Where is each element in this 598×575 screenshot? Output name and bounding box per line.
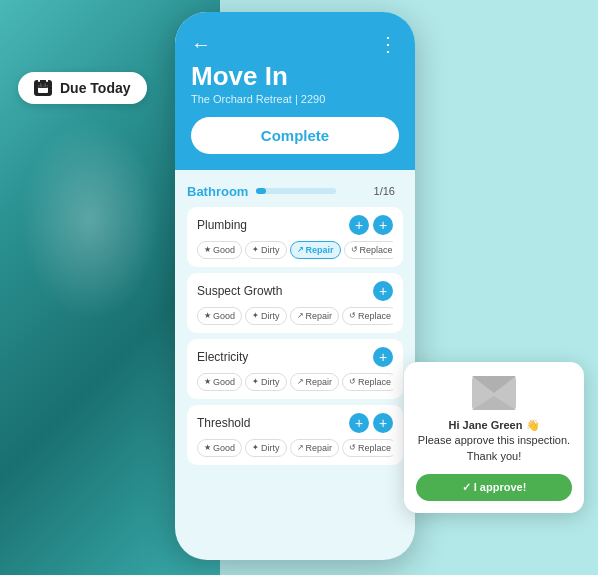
add-button[interactable]: + <box>373 215 393 235</box>
page-subtitle: The Orchard Retreat | 2290 <box>191 93 399 105</box>
items-list: Plumbing++★Good✦Dirty↗Repair↺Replace○NAS… <box>187 207 403 465</box>
list-item: Threshold++★Good✦Dirty↗Repair↺Replace○NA <box>187 405 403 465</box>
section-header: Bathroom 1/16 <box>187 184 403 199</box>
tag-good[interactable]: ★Good <box>197 307 242 325</box>
svg-rect-3 <box>45 83 47 87</box>
tag-replace[interactable]: ↺Replace <box>344 241 393 259</box>
notification-icon-wrap <box>416 376 572 410</box>
tag-repair[interactable]: ↗Repair <box>290 307 340 325</box>
tag-replace[interactable]: ↺Replace <box>342 373 393 391</box>
tag-good[interactable]: ★Good <box>197 373 242 391</box>
tag-replace[interactable]: ↺Replace <box>342 307 393 325</box>
add-button[interactable]: + <box>373 347 393 367</box>
due-today-badge: Due Today <box>18 72 147 104</box>
list-item: Suspect Growth+★Good✦Dirty↗Repair↺Replac… <box>187 273 403 333</box>
add-button[interactable]: + <box>349 413 369 433</box>
add-button[interactable]: + <box>373 281 393 301</box>
phone-header: ← ⋮ Move In The Orchard Retreat | 2290 C… <box>175 12 415 170</box>
page-title: Move In <box>191 62 399 91</box>
more-menu-button[interactable]: ⋮ <box>378 32 399 56</box>
item-name: Suspect Growth <box>197 284 282 298</box>
notification-message: Please approve this inspection. Thank yo… <box>418 434 570 461</box>
tag-repair[interactable]: ↗Repair <box>290 241 341 259</box>
notification-greeting: Hi Jane Green 👋 <box>448 419 539 431</box>
tag-dirty[interactable]: ✦Dirty <box>245 241 287 259</box>
tag-repair[interactable]: ↗Repair <box>290 373 340 391</box>
tag-repair[interactable]: ↗Repair <box>290 439 340 457</box>
tag-good[interactable]: ★Good <box>197 241 242 259</box>
list-item: Electricity+★Good✦Dirty↗Repair↺Replace <box>187 339 403 399</box>
approve-button[interactable]: ✓ I approve! <box>416 474 572 501</box>
envelope-icon <box>472 376 516 410</box>
item-name: Plumbing <box>197 218 247 232</box>
section-title: Bathroom <box>187 184 248 199</box>
phone-frame: ← ⋮ Move In The Orchard Retreat | 2290 C… <box>175 12 415 560</box>
tag-replace[interactable]: ↺Replace <box>342 439 393 457</box>
complete-button[interactable]: Complete <box>191 117 399 154</box>
item-name: Electricity <box>197 350 248 364</box>
tag-good[interactable]: ★Good <box>197 439 242 457</box>
tag-dirty[interactable]: ✦Dirty <box>245 373 287 391</box>
svg-rect-1 <box>38 85 48 88</box>
svg-rect-2 <box>40 83 42 87</box>
notification-text: Hi Jane Green 👋 Please approve this insp… <box>416 418 572 464</box>
phone-body: Bathroom 1/16 Plumbing++★Good✦Dirty↗Repa… <box>175 170 415 481</box>
progress-bar-fill <box>256 188 266 194</box>
due-today-label: Due Today <box>60 80 131 96</box>
list-item: Plumbing++★Good✦Dirty↗Repair↺Replace○NA <box>187 207 403 267</box>
notification-popup: Hi Jane Green 👋 Please approve this insp… <box>404 362 584 513</box>
calendar-icon <box>34 80 52 96</box>
progress-bar <box>256 188 336 194</box>
item-name: Threshold <box>197 416 250 430</box>
add-button[interactable]: + <box>373 413 393 433</box>
tag-dirty[interactable]: ✦Dirty <box>245 439 287 457</box>
tag-dirty[interactable]: ✦Dirty <box>245 307 287 325</box>
back-button[interactable]: ← <box>191 33 211 56</box>
section-progress: 1/16 <box>374 185 395 197</box>
add-button[interactable]: + <box>349 215 369 235</box>
